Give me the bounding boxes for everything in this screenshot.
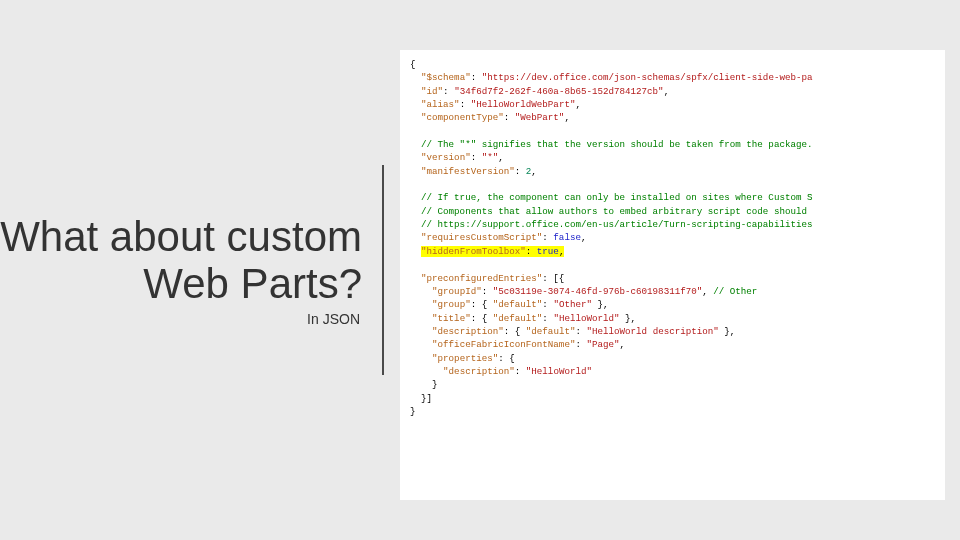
vertical-divider <box>382 165 384 375</box>
code-block: { "$schema": "https://dev.office.com/jso… <box>400 50 945 500</box>
slide-title: What about custom Web Parts? <box>0 213 362 307</box>
slide-left-panel: What about custom Web Parts? In JSON <box>0 0 380 540</box>
slide-subtitle: In JSON <box>307 311 362 327</box>
